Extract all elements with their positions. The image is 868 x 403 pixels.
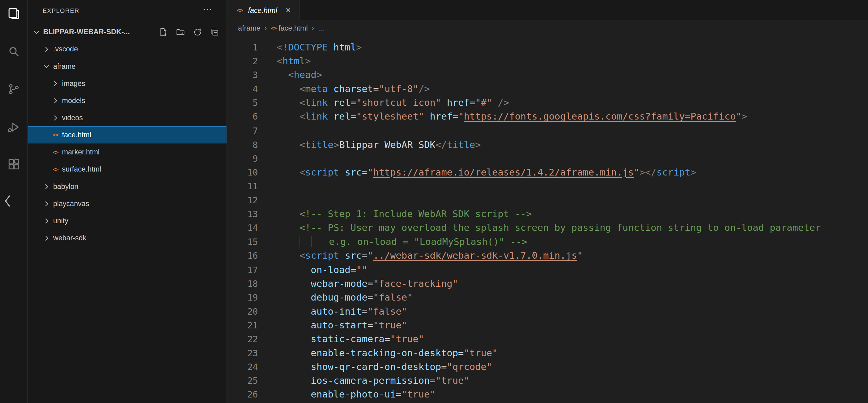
code-line-17[interactable]: 17 on-load="" — [227, 263, 868, 277]
tree-item-models[interactable]: models — [28, 92, 226, 109]
code-line-23[interactable]: 23 enable-tracking-on-desktop="true" — [227, 346, 868, 360]
tree-item-label: surface.html — [62, 165, 101, 173]
code-text: <script src="../webar-sdk/webar-sdk-v1.7… — [277, 249, 583, 263]
line-number: 20 — [227, 305, 258, 318]
tree-item--vscode[interactable]: .vscode — [28, 40, 226, 57]
code-line-6[interactable]: 6 <link rel="stylesheet" href="https://f… — [227, 110, 868, 123]
code-line-15[interactable]: 15 e.g. on-load = "LoadMySplash()" --> — [227, 235, 868, 249]
file-tree: BLIPPAR-WEBAR-SDK-... .v — [28, 23, 226, 247]
tree-item-marker-html[interactable]: <>marker.html — [28, 143, 226, 161]
code-line-10[interactable]: 10 <script src="https://aframe.io/releas… — [227, 166, 868, 179]
line-number: 6 — [227, 110, 258, 123]
tree-item-face-html[interactable]: <>face.html — [28, 126, 226, 143]
tab-face-html[interactable]: <> face.html × — [227, 0, 300, 21]
tree-item-label: models — [62, 96, 85, 105]
code-text: <html> — [277, 54, 311, 68]
vscode-window: EXPLORER ⋯ BLIPPAR-WEBAR-SDK-... — [0, 0, 868, 403]
code-line-16[interactable]: 16 <script src="../webar-sdk/webar-sdk-v… — [227, 249, 868, 263]
code-text: enable-tracking-on-desktop="true" — [277, 346, 498, 360]
code-text: show-qr-card-on-desktop="qrcode" — [277, 360, 492, 374]
line-number: 19 — [227, 290, 258, 304]
breadcrumb-item-file[interactable]: face.html — [278, 24, 308, 32]
breadcrumb: aframe › <> face.html › ... — [227, 21, 868, 35]
code-line-14[interactable]: 14 <!-- PS: User may overload the splash… — [227, 221, 868, 235]
chevron-right-icon — [42, 182, 51, 191]
code-line-5[interactable]: 5 <link rel="shortcut icon" href="#" /> — [227, 96, 868, 110]
root-folder-label: BLIPPAR-WEBAR-SDK-... — [43, 28, 130, 36]
tree-item-webar-sdk[interactable]: webar-sdk — [28, 229, 226, 247]
chevron-right-icon: › — [312, 23, 314, 32]
tree-item-videos[interactable]: videos — [28, 109, 226, 126]
html-file-icon: <> — [271, 25, 276, 31]
tree-item-playcanvas[interactable]: playcanvas — [28, 195, 226, 212]
explorer-title: EXPLORER — [42, 7, 79, 14]
chevron-right-icon — [51, 79, 60, 88]
tree-item-label: marker.html — [62, 148, 100, 156]
tree-item-surface-html[interactable]: <>surface.html — [28, 161, 226, 178]
line-number: 22 — [227, 333, 258, 346]
chevron-right-icon — [51, 96, 60, 105]
code-line-8[interactable]: 8 <title>Blippar WebAR SDK</title> — [227, 138, 868, 151]
extensions-icon[interactable] — [0, 152, 28, 177]
new-file-icon[interactable] — [159, 28, 168, 36]
explorer-icon[interactable] — [0, 1, 28, 27]
line-number: 14 — [227, 221, 258, 235]
new-folder-icon[interactable] — [176, 28, 185, 36]
tree-item-babylon[interactable]: babylon — [28, 178, 226, 195]
search-icon[interactable] — [0, 39, 28, 64]
code-text: auto-init="false" — [277, 305, 407, 318]
code-line-13[interactable]: 13 <!-- Step 1: Include WebAR SDK script… — [227, 207, 868, 221]
chevron-left-icon[interactable] — [3, 195, 11, 210]
code-line-1[interactable]: 1<!DOCTYPE html> — [227, 40, 868, 54]
source-control-icon[interactable] — [0, 77, 28, 102]
code-line-24[interactable]: 24 show-qr-card-on-desktop="qrcode" — [227, 360, 868, 374]
code-text: e.g. on-load = "LoadMySplash()" --> — [277, 235, 527, 249]
code-line-11[interactable]: 11 — [227, 179, 868, 193]
tree-item-unity[interactable]: unity — [28, 212, 226, 229]
tree-item-label: .vscode — [53, 45, 78, 53]
run-debug-icon[interactable] — [0, 114, 28, 139]
line-number: 9 — [227, 152, 258, 166]
code-line-20[interactable]: 20 auto-init="false" — [227, 305, 868, 318]
code-text: ios-camera-permission="true" — [277, 374, 469, 388]
code-text: <link rel="shortcut icon" href="#" /> — [277, 96, 509, 110]
refresh-icon[interactable] — [193, 28, 202, 36]
collapse-all-icon[interactable] — [210, 28, 219, 36]
tree-item-aframe[interactable]: aframe — [28, 57, 226, 75]
html-file-icon: <> — [51, 132, 60, 138]
line-number: 15 — [227, 235, 258, 249]
code-line-4[interactable]: 4 <meta charset="utf-8"/> — [227, 82, 868, 96]
code-line-19[interactable]: 19 debug-mode="false" — [227, 290, 868, 304]
editor-tab-bar: <> face.html × — [227, 0, 868, 21]
tree-item-label: unity — [53, 217, 68, 225]
code-line-18[interactable]: 18 webar-mode="face-tracking" — [227, 277, 868, 290]
tree-item-root-folder[interactable]: BLIPPAR-WEBAR-SDK-... — [28, 23, 226, 40]
line-number: 25 — [227, 374, 258, 388]
code-text: debug-mode="false" — [277, 290, 413, 304]
more-actions-icon[interactable]: ⋯ — [203, 5, 212, 15]
code-line-25[interactable]: 25 ios-camera-permission="true" — [227, 374, 868, 388]
html-file-icon: <> — [51, 149, 60, 155]
line-number: 2 — [227, 54, 258, 68]
chevron-right-icon — [42, 45, 51, 54]
code-line-3[interactable]: 3 <head> — [227, 68, 868, 82]
code-line-2[interactable]: 2<html> — [227, 54, 868, 68]
breadcrumb-item-symbols[interactable]: ... — [318, 24, 324, 32]
close-icon[interactable]: × — [283, 5, 294, 16]
line-number: 12 — [227, 193, 258, 207]
code-text: <!-- Step 1: Include WebAR SDK script --… — [277, 207, 532, 221]
chevron-right-icon — [51, 113, 60, 122]
line-number: 13 — [227, 207, 258, 221]
line-number: 21 — [227, 318, 258, 332]
code-line-22[interactable]: 22 static-camera="true" — [227, 333, 868, 346]
line-number: 10 — [227, 166, 258, 179]
code-editor[interactable]: 1<!DOCTYPE html>2<html>3 <head>4 <meta c… — [227, 35, 868, 403]
code-line-26[interactable]: 26 enable-photo-ui="true" — [227, 388, 868, 401]
breadcrumb-item-folder[interactable]: aframe — [238, 24, 260, 32]
line-number: 16 — [227, 249, 258, 263]
tree-item-images[interactable]: images — [28, 75, 226, 92]
code-line-7[interactable]: 7 — [227, 124, 868, 138]
code-line-21[interactable]: 21 auto-start="true" — [227, 318, 868, 332]
code-line-9[interactable]: 9 — [227, 152, 868, 166]
code-line-12[interactable]: 12 — [227, 193, 868, 207]
